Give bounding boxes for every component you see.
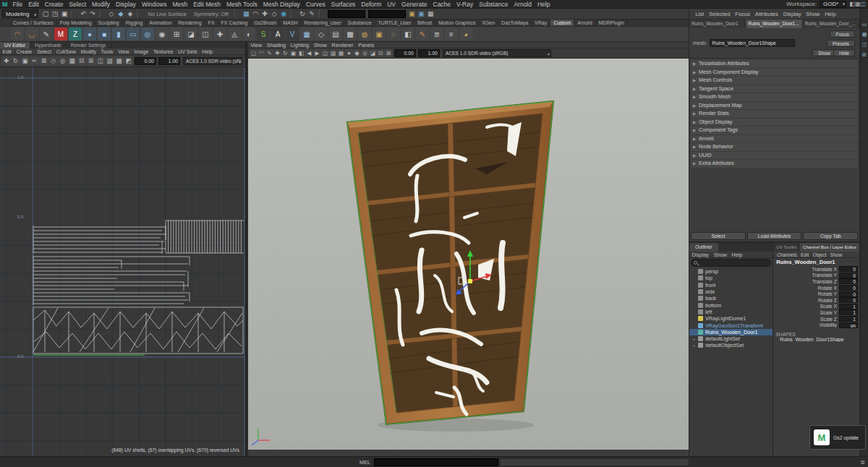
channel-name[interactable]: Scale Y: [776, 310, 839, 315]
outliner-menu-item[interactable]: Show: [711, 252, 729, 257]
attribute-editor-menu-item[interactable]: Help: [822, 11, 838, 17]
shelf-vray-icon[interactable]: V: [286, 27, 299, 40]
attribute-section[interactable]: ▶Object Display: [691, 119, 858, 127]
shelf-poly-cube-icon[interactable]: ■: [98, 27, 111, 40]
shelf-ep-curve-icon[interactable]: ◡: [25, 27, 38, 40]
snap-to-plane-icon[interactable]: ◇: [270, 9, 279, 19]
menu-item[interactable]: Generate: [399, 0, 430, 9]
expand-icon[interactable]: +: [692, 337, 697, 341]
attribute-section[interactable]: ▶Node Behavior: [691, 143, 858, 151]
attribute-section[interactable]: ▶Extra Attributes: [691, 160, 858, 168]
shelf-poly-sphere-icon[interactable]: ●: [83, 27, 96, 40]
vp-ao-icon[interactable]: ⊡: [377, 49, 385, 57]
shelf-tab[interactable]: Custom: [550, 20, 574, 26]
input-field-y[interactable]: [368, 10, 406, 18]
shelf-gs2brush-icon[interactable]: Z: [69, 27, 82, 40]
shelf-tab[interactable]: TURTLE_User: [375, 20, 415, 26]
uv-shade-icon[interactable]: ◩: [124, 56, 133, 66]
shelf-tab[interactable]: Gs2Brush: [251, 20, 280, 26]
shelf-tab[interactable]: FX Caching: [218, 20, 252, 26]
shelf-uv-editor-icon[interactable]: ▦: [300, 27, 313, 40]
channel-value-field[interactable]: 1: [839, 304, 858, 309]
viewport-menu-item[interactable]: Renderer: [329, 42, 356, 48]
single-pane-layout-icon[interactable]: ▭: [862, 22, 867, 27]
load-attributes-button[interactable]: Load Attributes: [747, 232, 802, 240]
channel-name[interactable]: Rotate X: [776, 286, 839, 291]
outliner-item[interactable]: persp: [689, 268, 773, 275]
shelf-tab[interactable]: Poly Modeling: [57, 20, 95, 26]
vp-mb-icon[interactable]: ⊠: [385, 49, 393, 57]
hide-button[interactable]: Hide: [833, 49, 855, 56]
channel-box-object-name[interactable]: Ruins_Wooden_Door1: [773, 258, 859, 266]
shelf-poly-cylinder-icon[interactable]: ▮: [112, 27, 125, 40]
workspace-dropdown[interactable]: GOD*: [820, 1, 846, 8]
uv-distribute-icon[interactable]: ⊞: [86, 56, 95, 66]
outliner-item[interactable]: top: [689, 275, 773, 281]
attribute-section[interactable]: ▶Mesh Component Display: [691, 69, 858, 77]
menu-item[interactable]: Edit: [25, 0, 42, 9]
uv-optimize-icon[interactable]: ◎: [58, 56, 67, 66]
uv-menu-item[interactable]: Select: [35, 48, 54, 54]
tool-settings-toggle-icon[interactable]: ⊞: [862, 52, 867, 58]
shelf-arnold-icon[interactable]: A: [271, 27, 284, 40]
shelf-tab[interactable]: XGen: [479, 20, 498, 26]
shelf-tab[interactable]: Rendering_User: [302, 20, 345, 26]
separator[interactable]: ▏: [97, 9, 106, 19]
vp-rotate-icon[interactable]: ↻: [281, 49, 289, 57]
menu-item[interactable]: File: [10, 0, 26, 9]
outliner-item[interactable]: + defaultLightSet: [689, 335, 773, 342]
vp-paint-select-icon[interactable]: ✎: [265, 49, 273, 57]
viewport-menu-item[interactable]: Shading: [264, 42, 288, 48]
shelf-mirror-icon[interactable]: ◐: [242, 27, 255, 40]
shelf-tab[interactable]: Motion Graphics: [435, 20, 479, 26]
workspace-panel-icon[interactable]: ◫: [860, 1, 866, 8]
channel-value-field[interactable]: 0: [839, 266, 858, 272]
select-button[interactable]: Select: [691, 232, 746, 240]
channel-name[interactable]: Scale Z: [776, 317, 839, 322]
vp-exposure-field[interactable]: 0.00: [394, 49, 416, 57]
uv-sew-icon[interactable]: ⊠: [39, 56, 48, 66]
outliner-search-input[interactable]: [691, 259, 771, 267]
vp-gamma-field[interactable]: 1.00: [418, 49, 440, 57]
shelf-tab[interactable]: DazToMaya: [498, 20, 532, 26]
shelf-tab[interactable]: Rigging: [122, 20, 146, 26]
vp-lasso-icon[interactable]: ◠: [258, 49, 265, 57]
shelf-bridge-icon[interactable]: ◫: [199, 27, 212, 40]
outliner-item[interactable]: VRayLightDome1: [689, 315, 773, 322]
attribute-section[interactable]: ▶Mesh Controls: [691, 77, 858, 85]
vp-shadows-icon[interactable]: ◪: [369, 49, 377, 57]
vp-snap-cam-icon[interactable]: ◧: [297, 49, 305, 57]
attribute-section[interactable]: ▶Tangent Space: [691, 85, 858, 93]
separator[interactable]: ▏: [289, 9, 298, 19]
menu-item[interactable]: Windows: [139, 0, 169, 9]
channel-name[interactable]: Translate Z: [776, 279, 839, 284]
channel-name[interactable]: Rotate Z: [776, 298, 839, 303]
select-by-hierarchy-icon[interactable]: ◇: [106, 9, 116, 19]
menu-item[interactable]: Arnold: [511, 0, 535, 9]
attribute-editor-menu-item[interactable]: Focus: [733, 11, 752, 17]
workspace-grid-icon[interactable]: ▦: [855, 1, 861, 8]
uv-menu-item[interactable]: Textures: [151, 48, 176, 54]
attribute-section[interactable]: ▶UUID: [691, 152, 858, 160]
shelf-paint-icon[interactable]: ✎: [416, 27, 429, 40]
shelf-poly-plane-icon[interactable]: ▭: [127, 27, 140, 40]
shelf-checker-icon[interactable]: ▩: [344, 27, 357, 40]
shelf-tab[interactable]: Arnold: [574, 20, 595, 26]
attribute-editor-menu-item[interactable]: List: [693, 11, 707, 17]
command-results-field[interactable]: [500, 458, 689, 466]
attribute-editor-menu-item[interactable]: Selected: [707, 11, 733, 17]
shelf-unfold-icon[interactable]: ◇: [315, 27, 328, 40]
shelf-light-icon[interactable]: ◌: [387, 27, 400, 40]
shelf-tab[interactable]: Animation: [146, 20, 175, 26]
uv-panel-tab[interactable]: Render Settings: [67, 42, 111, 48]
outliner-item[interactable]: back: [689, 295, 773, 301]
vp-lights-icon[interactable]: ◎: [361, 49, 369, 57]
viewport-menu-item[interactable]: Show: [311, 42, 329, 48]
channel-value-field[interactable]: 1: [839, 309, 858, 315]
outliner-item[interactable]: Ruins_Wooden_Door1: [689, 329, 773, 335]
outliner-item[interactable]: front: [689, 282, 773, 288]
attribute-editor-menu-item[interactable]: Display: [780, 11, 804, 17]
shelf-render-icon[interactable]: ▣: [373, 27, 386, 40]
shelf-hypershade-icon[interactable]: ◍: [358, 27, 371, 40]
shelf-tab[interactable]: Sculpting: [95, 20, 123, 26]
